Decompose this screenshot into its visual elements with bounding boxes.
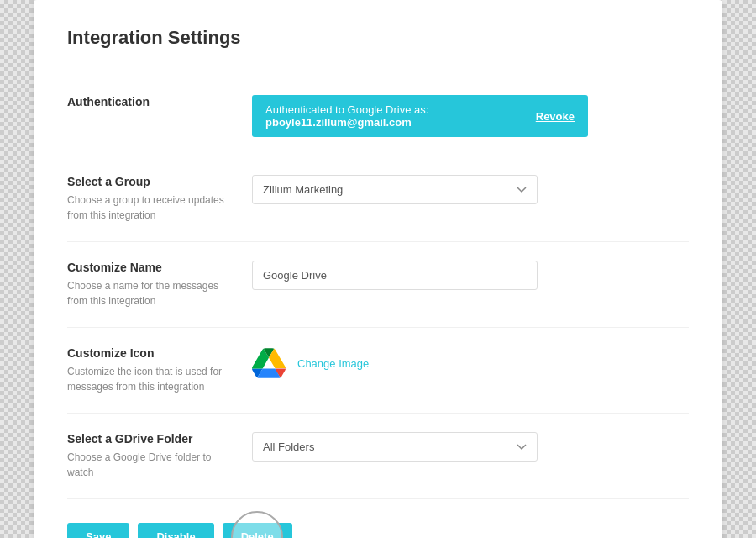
customize-icon-content: Change Image — [252, 346, 689, 380]
select-group-row: Select a Group Choose a group to receive… — [67, 156, 689, 242]
gdrive-icon — [252, 346, 286, 380]
customize-icon-desc: Customize the icon that is used for mess… — [67, 364, 235, 394]
select-folder-row: Select a GDrive Folder Choose a Google D… — [67, 414, 689, 499]
auth-bar-prefix: Authenticated to Google Drive as: — [265, 103, 428, 116]
customize-icon-label: Customize Icon — [67, 346, 235, 360]
save-button[interactable]: Save — [67, 523, 129, 538]
change-image-button[interactable]: Change Image — [297, 357, 369, 370]
folder-select[interactable]: All Folders My Drive Shared with me — [252, 432, 538, 462]
customize-name-desc: Choose a name for the messages from this… — [67, 278, 235, 309]
auth-bar: Authenticated to Google Drive as: pboyle… — [252, 95, 588, 137]
auth-bar-text: Authenticated to Google Drive as: pboyle… — [265, 103, 526, 129]
select-folder-content: All Folders My Drive Shared with me — [252, 432, 689, 462]
auth-bar-email: pboyle11.zillum@gmail.com — [265, 116, 412, 129]
disable-button[interactable]: Disable — [138, 523, 213, 538]
revoke-button[interactable]: Revoke — [536, 110, 575, 123]
customize-name-content — [252, 261, 689, 290]
select-folder-label: Select a GDrive Folder — [67, 432, 235, 446]
customize-icon-label-col: Customize Icon Customize the icon that i… — [67, 346, 252, 394]
select-group-desc: Choose a group to receive updates from t… — [67, 193, 235, 223]
integration-settings-card: Integration Settings Authentication Auth… — [34, 0, 722, 538]
authentication-row: Authentication Authenticated to Google D… — [67, 76, 689, 156]
customize-name-row: Customize Name Choose a name for the mes… — [67, 242, 689, 328]
delete-button[interactable]: Delete — [223, 523, 292, 538]
page-title: Integration Settings — [67, 27, 689, 61]
select-group-label-col: Select a Group Choose a group to receive… — [67, 175, 252, 223]
customize-icon-row: Customize Icon Customize the icon that i… — [67, 328, 689, 414]
icon-row: Change Image — [252, 346, 369, 380]
actions-row: Save Disable Delete — [67, 523, 689, 538]
authentication-content: Authenticated to Google Drive as: pboyle… — [252, 95, 689, 137]
select-group-content: Zillum Marketing Sales Team Support Team — [252, 175, 689, 204]
select-folder-desc: Choose a Google Drive folder to watch — [67, 450, 235, 480]
delete-wrapper: Delete — [223, 523, 292, 538]
authentication-label-col: Authentication — [67, 95, 252, 113]
authentication-label: Authentication — [67, 95, 235, 108]
customize-name-label-col: Customize Name Choose a name for the mes… — [67, 261, 252, 309]
group-select[interactable]: Zillum Marketing Sales Team Support Team — [252, 175, 538, 204]
customize-name-input[interactable] — [252, 261, 538, 290]
select-folder-label-col: Select a GDrive Folder Choose a Google D… — [67, 432, 252, 480]
select-group-label: Select a Group — [67, 175, 235, 188]
customize-name-label: Customize Name — [67, 261, 235, 274]
